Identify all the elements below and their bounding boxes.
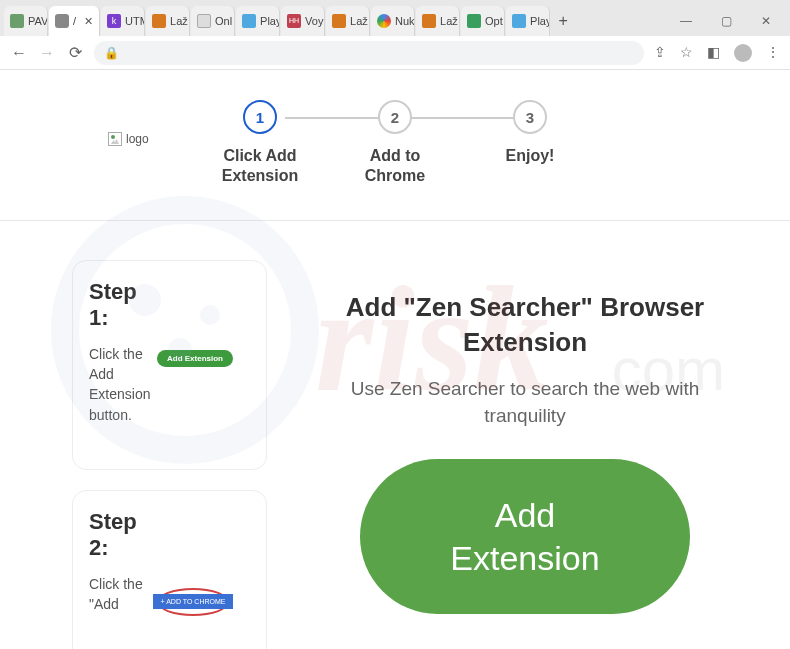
tab-9[interactable]: Laž: [416, 6, 460, 36]
progress-stepper: 1 Click Add Extension 2 Add to Chrome 3 …: [205, 100, 585, 186]
card-1-text: Click the Add Extension button.: [89, 344, 147, 425]
browser-titlebar: PAV /✕ kUTM Laž Onl Play HHVoy Laž Nuk L…: [0, 0, 790, 36]
window-controls: — ▢ ✕: [666, 6, 786, 36]
card-2-text: Click the "Add: [89, 574, 147, 615]
step-label-2: Add to Chrome: [340, 146, 450, 186]
browser-toolbar: ← → ⟳ 🔒 ⇪ ☆ ◧ ⋮: [0, 36, 790, 70]
main-title: Add "Zen Searcher" Browser Extension: [310, 290, 740, 360]
share-icon[interactable]: ⇪: [654, 44, 666, 62]
favicon-icon: [332, 14, 346, 28]
main-cta-area: Add "Zen Searcher" Browser Extension Use…: [310, 290, 740, 614]
page-content: logo 1 Click Add Extension 2 Add to Chro…: [0, 70, 790, 649]
reload-button[interactable]: ⟳: [66, 43, 84, 62]
favicon-icon: k: [107, 14, 121, 28]
tab-0[interactable]: PAV: [4, 6, 48, 36]
new-tab-button[interactable]: +: [551, 6, 575, 36]
lock-icon: 🔒: [104, 46, 119, 60]
favicon-icon: HH: [287, 14, 301, 28]
card-1-title: Step 1:: [89, 279, 144, 332]
maximize-button[interactable]: ▢: [706, 6, 746, 36]
bookmark-icon[interactable]: ☆: [680, 44, 693, 62]
broken-logo-image: logo: [108, 132, 149, 146]
extension-icon: [55, 14, 69, 28]
address-bar[interactable]: 🔒: [94, 41, 644, 65]
tab-5[interactable]: Play: [236, 6, 280, 36]
step-circle-1: 1: [243, 100, 277, 134]
divider: [0, 220, 790, 221]
menu-icon[interactable]: ⋮: [766, 44, 780, 62]
back-button[interactable]: ←: [10, 44, 28, 62]
profile-icon[interactable]: [734, 44, 752, 62]
instruction-card-1: Step 1: Click the Add Extension button. …: [72, 260, 267, 470]
favicon-icon: [152, 14, 166, 28]
favicon-icon: [467, 14, 481, 28]
sidepanel-icon[interactable]: ◧: [707, 44, 720, 62]
card-2-title: Step 2:: [89, 509, 144, 562]
add-extension-button[interactable]: Add Extension: [360, 459, 690, 614]
tab-8[interactable]: Nuk: [371, 6, 415, 36]
step-label-3: Enjoy!: [506, 146, 555, 166]
highlight-circle: + ADD TO CHROME: [157, 588, 229, 616]
favicon-icon: [512, 14, 526, 28]
tab-6[interactable]: HHVoy: [281, 6, 325, 36]
favicon-icon: [197, 14, 211, 28]
forward-button[interactable]: →: [38, 44, 56, 62]
broken-image-icon: [108, 132, 122, 146]
tab-11[interactable]: Play: [506, 6, 550, 36]
favicon-icon: [377, 14, 391, 28]
tab-10[interactable]: Opt: [461, 6, 505, 36]
mini-add-to-chrome-button: + ADD TO CHROME: [153, 594, 234, 609]
step-1: 1 Click Add Extension: [205, 100, 315, 186]
tab-3[interactable]: Laž: [146, 6, 190, 36]
close-window-button[interactable]: ✕: [746, 6, 786, 36]
step-label-1: Click Add Extension: [205, 146, 315, 186]
tab-2[interactable]: kUTM: [101, 6, 145, 36]
step-circle-2: 2: [378, 100, 412, 134]
main-subtitle: Use Zen Searcher to search the web with …: [310, 376, 740, 429]
tab-7[interactable]: Laž: [326, 6, 370, 36]
tab-4[interactable]: Onl: [191, 6, 235, 36]
favicon-icon: [10, 14, 24, 28]
favicon-icon: [422, 14, 436, 28]
tab-1-active[interactable]: /✕: [49, 6, 100, 36]
step-3: 3 Enjoy!: [475, 100, 585, 166]
instruction-card-2: Step 2: Click the "Add + ADD TO CHROME: [72, 490, 267, 649]
close-tab-icon[interactable]: ✕: [84, 15, 93, 28]
step-circle-3: 3: [513, 100, 547, 134]
favicon-icon: [242, 14, 256, 28]
mini-add-extension-button: Add Extension: [157, 350, 233, 367]
step-2: 2 Add to Chrome: [340, 100, 450, 186]
minimize-button[interactable]: —: [666, 6, 706, 36]
